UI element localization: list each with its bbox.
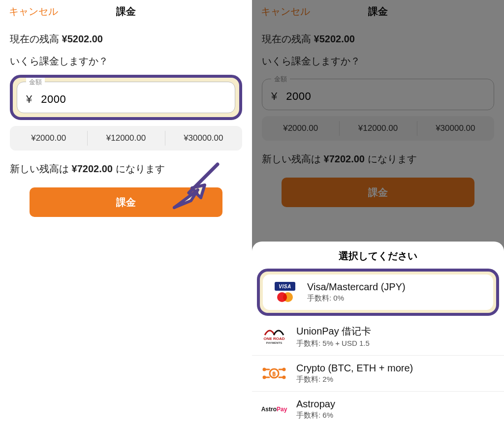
payment-option-visa-mc[interactable]: VISA Visa/Mastercard (JPY) 手数料: 0% bbox=[263, 274, 493, 310]
payment-option-name: Astropay bbox=[296, 398, 335, 410]
crypto-icon: ฿ bbox=[261, 364, 287, 383]
payment-option-name: Visa/Mastercard (JPY) bbox=[307, 281, 406, 293]
visa-icon: VISA bbox=[275, 282, 295, 291]
highlight-visa-mc: VISA Visa/Mastercard (JPY) 手数料: 0% bbox=[257, 269, 499, 316]
new-balance-value: ¥7202.00 bbox=[72, 163, 113, 174]
preset-30000[interactable]: ¥30000.00 bbox=[165, 126, 242, 151]
balance-label: 現在の残高 bbox=[10, 33, 62, 44]
svg-text:฿: ฿ bbox=[272, 370, 276, 377]
current-balance: 現在の残高 ¥5202.00 bbox=[10, 32, 242, 46]
cancel-button[interactable]: キャンセル bbox=[9, 5, 58, 18]
amount-input[interactable] bbox=[41, 93, 226, 106]
payment-option-fee: 手数料: 0% bbox=[307, 294, 406, 303]
payment-option-name: Crypto (BTC, ETH + more) bbox=[296, 363, 413, 374]
payment-option-fee: 手数料: 2% bbox=[296, 375, 413, 384]
new-balance-suffix: になります bbox=[113, 163, 165, 174]
preset-2000[interactable]: ¥2000.00 bbox=[10, 126, 87, 151]
svg-point-5 bbox=[283, 368, 285, 370]
new-balance-line: 新しい残高は ¥7202.00 になります bbox=[10, 162, 242, 176]
payment-option-name: UnionPay 借记卡 bbox=[296, 325, 371, 338]
amount-field[interactable]: 金額 ¥ bbox=[17, 82, 235, 113]
astropay-icon: AstroPay bbox=[261, 406, 287, 413]
preset-12000[interactable]: ¥12000.00 bbox=[87, 126, 164, 151]
oneroad-icon: ONE ROADPAYMENTS bbox=[261, 328, 287, 345]
payment-option-fee: 手数料: 6% bbox=[296, 411, 335, 420]
header: キャンセル 課金 bbox=[0, 0, 252, 23]
currency-symbol: ¥ bbox=[26, 93, 32, 106]
preset-amounts: ¥2000.00 ¥12000.00 ¥30000.00 bbox=[10, 126, 242, 151]
screen-payment-sheet: キャンセル 課金 現在の残高 ¥5202.00 いくら課金しますか？ 金額 ¥ … bbox=[252, 0, 504, 427]
screen-topup: キャンセル 課金 現在の残高 ¥5202.00 いくら課金しますか？ 金額 ¥ … bbox=[0, 0, 252, 427]
new-balance-prefix: 新しい残高は bbox=[10, 163, 72, 174]
highlight-amount: 金額 ¥ bbox=[10, 75, 242, 120]
visa-mastercard-icon: VISA bbox=[272, 282, 298, 303]
payment-option-astropay[interactable]: AstroPay Astropay 手数料: 6% bbox=[252, 391, 504, 427]
payment-option-unionpay[interactable]: ONE ROADPAYMENTS UnionPay 借记卡 手数料: 5% + … bbox=[252, 318, 504, 355]
payment-option-crypto[interactable]: ฿ Crypto (BTC, ETH + more) 手数料: 2% bbox=[252, 355, 504, 391]
charge-button[interactable]: 課金 bbox=[30, 187, 222, 217]
svg-point-7 bbox=[283, 376, 285, 378]
mastercard-icon bbox=[275, 292, 295, 303]
svg-point-4 bbox=[263, 368, 265, 370]
page-title: 課金 bbox=[116, 5, 136, 18]
sheet-title: 選択してください bbox=[252, 244, 504, 266]
amount-prompt: いくら課金しますか？ bbox=[10, 55, 242, 68]
payment-option-fee: 手数料: 5% + USD 1.5 bbox=[296, 339, 371, 348]
balance-value: ¥5202.00 bbox=[62, 33, 103, 44]
amount-legend: 金額 bbox=[26, 78, 45, 87]
payment-method-sheet: 選択してください VISA Visa/Mastercard (JPY) 手数料:… bbox=[252, 242, 504, 427]
svg-point-6 bbox=[263, 376, 265, 378]
